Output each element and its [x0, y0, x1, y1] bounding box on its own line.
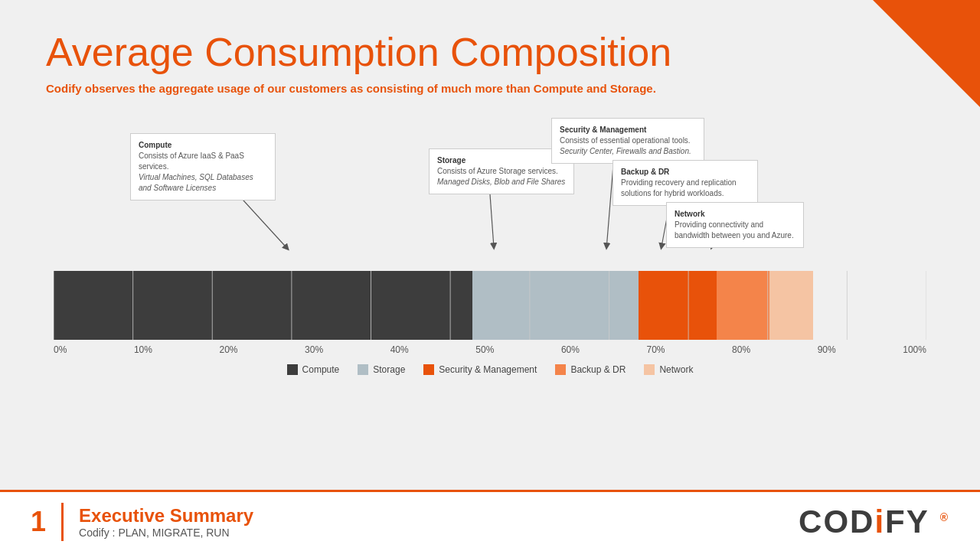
footer-divider [61, 503, 64, 541]
compute-detail: Virtual Machines, SQL Databases and Soft… [139, 172, 267, 194]
svg-line-0 [238, 194, 287, 248]
legend-swatch-compute [287, 364, 298, 375]
legend-network: Network [644, 364, 693, 375]
storage-title: Storage [437, 155, 566, 166]
footer-title: Executive Summary [79, 505, 253, 527]
legend-label-backup: Backup & DR [570, 364, 626, 375]
security-detail: Security Center, Firewalls and Bastion. [560, 146, 696, 157]
x-tick-20: 20% [220, 344, 238, 355]
compute-desc: Consists of Azure IaaS & PaaS services. [139, 151, 267, 172]
legend-swatch-security [423, 364, 434, 375]
footer-page-number: 1 [31, 506, 46, 538]
logo-text: CODiFY ® [799, 504, 949, 540]
legend-swatch-backup [555, 364, 566, 375]
annotation-network: Network Providing connectivity and bandw… [666, 202, 804, 248]
backup-desc: Providing recovery and replication solut… [621, 178, 750, 199]
bar-chart [54, 271, 926, 340]
legend-swatch-network [644, 364, 655, 375]
x-tick-60: 60% [561, 344, 580, 355]
bar-segments [54, 271, 926, 340]
backup-title: Backup & DR [621, 167, 750, 178]
storage-detail: Managed Disks, Blob and File Shares [437, 177, 566, 187]
annotation-compute: Compute Consists of Azure IaaS & PaaS se… [130, 133, 276, 201]
chart-area: Compute Consists of Azure IaaS & PaaS se… [54, 118, 926, 375]
storage-desc: Consists of Azure Storage services. [437, 166, 566, 177]
x-tick-50: 50% [475, 344, 494, 355]
annotation-backup: Backup & DR Providing recovery and repli… [612, 160, 758, 206]
x-axis-labels: 0% 10% 20% 30% 40% 50% 60% 70% 80% 90% 1… [54, 344, 926, 355]
legend-label-security: Security & Management [439, 364, 537, 375]
logo-trademark: ® [940, 511, 949, 523]
bar-compute [54, 271, 472, 340]
legend-backup: Backup & DR [555, 364, 626, 375]
security-title: Security & Management [560, 125, 696, 135]
main-content: Average Consumption Composition Codify o… [0, 0, 980, 390]
legend-security: Security & Management [423, 364, 537, 375]
footer: 1 Executive Summary Codify : PLAN, MIGRA… [0, 490, 980, 551]
page-title: Average Consumption Composition [46, 31, 934, 74]
legend: Compute Storage Security & Management Ba… [54, 364, 926, 375]
x-tick-40: 40% [390, 344, 409, 355]
x-tick-100: 100% [903, 344, 926, 355]
legend-compute: Compute [287, 364, 340, 375]
bar-security [639, 271, 717, 340]
legend-label-storage: Storage [373, 364, 405, 375]
page-subtitle: Codify observes the aggregate usage of o… [46, 82, 934, 95]
legend-label-network: Network [659, 364, 693, 375]
x-tick-70: 70% [646, 344, 665, 355]
bar-backup [717, 271, 769, 340]
footer-subtitle: Codify : PLAN, MIGRATE, RUN [79, 527, 253, 539]
compute-title: Compute [139, 140, 267, 151]
bar-storage [472, 271, 639, 340]
annotation-security: Security & Management Consists of essent… [551, 118, 704, 164]
footer-text-block: Executive Summary Codify : PLAN, MIGRATE… [79, 505, 253, 539]
logo-dot: i [874, 504, 885, 540]
network-desc: Providing connectivity and bandwidth bet… [675, 220, 795, 241]
x-tick-30: 30% [305, 344, 323, 355]
network-title: Network [675, 209, 795, 220]
svg-line-1 [490, 194, 494, 246]
x-tick-0: 0% [54, 344, 67, 355]
x-tick-10: 10% [134, 344, 152, 355]
x-tick-80: 80% [732, 344, 750, 355]
annotations-container: Compute Consists of Azure IaaS & PaaS se… [54, 118, 926, 271]
legend-swatch-storage [358, 364, 368, 375]
x-tick-90: 90% [818, 344, 836, 355]
legend-label-compute: Compute [302, 364, 340, 375]
security-desc: Consists of essential operational tools. [560, 135, 696, 146]
bar-network [769, 271, 813, 340]
footer-logo: CODiFY ® [799, 504, 949, 540]
legend-storage: Storage [358, 364, 405, 375]
